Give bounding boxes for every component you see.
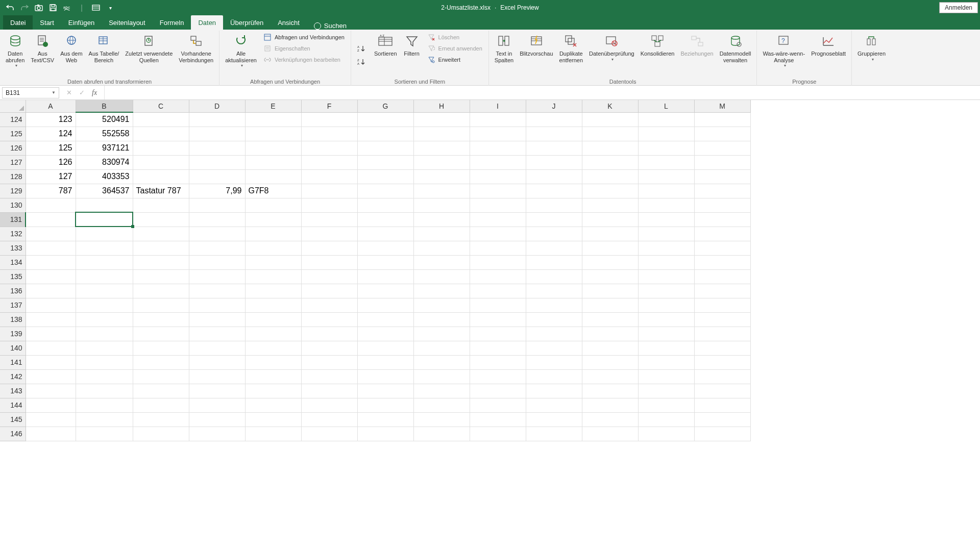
cell-G146[interactable] [357,427,413,441]
cell-A132[interactable] [26,227,76,241]
signin-button[interactable]: Anmelden [939,2,978,13]
row-header-146[interactable]: 146 [0,427,26,441]
col-header-G[interactable]: G [357,100,413,112]
cell-F140[interactable] [301,341,357,355]
cell-I127[interactable] [470,155,526,169]
cell-G127[interactable] [357,155,413,169]
cell-E138[interactable] [245,312,301,327]
filtern-button[interactable]: Filtern [401,32,423,79]
cell-A130[interactable] [26,198,76,212]
col-header-B[interactable]: B [76,100,133,112]
sort-desc-button[interactable]: ZA [354,56,369,67]
cell-K128[interactable] [582,169,638,184]
col-header-D[interactable]: D [189,100,245,112]
spelling-icon[interactable]: abc [63,4,71,12]
cell-E126[interactable] [245,141,301,155]
cell-K144[interactable] [582,398,638,412]
cell-I129[interactable] [470,184,526,198]
row-header-133[interactable]: 133 [0,241,26,255]
cell-L132[interactable] [638,227,694,241]
cell-L136[interactable] [638,284,694,298]
cell-C140[interactable] [133,341,189,355]
cell-B143[interactable] [76,384,133,398]
cell-J144[interactable] [526,398,582,412]
cell-B142[interactable] [76,369,133,384]
datenmodell-button[interactable]: Datenmodell verwalten [717,32,754,79]
cell-E144[interactable] [245,398,301,412]
cell-K126[interactable] [582,141,638,155]
cell-A128[interactable]: 127 [26,169,76,184]
cell-G135[interactable] [357,269,413,284]
cell-K142[interactable] [582,369,638,384]
cell-I134[interactable] [470,255,526,269]
cell-B144[interactable] [76,398,133,412]
cell-H133[interactable] [413,241,470,255]
cell-J126[interactable] [526,141,582,155]
cell-E128[interactable] [245,169,301,184]
cell-B127[interactable]: 830974 [76,155,133,169]
cell-C135[interactable] [133,269,189,284]
cell-B140[interactable] [76,341,133,355]
cell-G137[interactable] [357,298,413,312]
cell-H139[interactable] [413,327,470,341]
tab-seitenlayout[interactable]: Seitenlayout [102,15,153,30]
cell-G144[interactable] [357,398,413,412]
cell-A135[interactable] [26,269,76,284]
cell-K146[interactable] [582,427,638,441]
tab-ueberpruefen[interactable]: Überprüfen [223,15,271,30]
cell-J132[interactable] [526,227,582,241]
konsolidieren-button[interactable]: Konsolidieren [638,32,677,79]
cell-D146[interactable] [189,427,245,441]
cell-G142[interactable] [357,369,413,384]
fx-icon[interactable]: fx [92,89,97,97]
cell-E141[interactable] [245,355,301,369]
col-header-K[interactable]: K [582,100,638,112]
cell-H128[interactable] [413,169,470,184]
cell-H137[interactable] [413,298,470,312]
row-header-142[interactable]: 142 [0,369,26,384]
cell-A136[interactable] [26,284,76,298]
aus-tabelle-button[interactable]: Aus Tabelle/ Bereich [86,32,122,79]
cell-H135[interactable] [413,269,470,284]
cell-M142[interactable] [694,369,750,384]
cell-D139[interactable] [189,327,245,341]
cell-F130[interactable] [301,198,357,212]
select-all-corner[interactable] [0,100,26,112]
cell-M125[interactable] [694,127,750,141]
tab-start[interactable]: Start [33,15,61,30]
cell-G128[interactable] [357,169,413,184]
cell-K143[interactable] [582,384,638,398]
cell-M136[interactable] [694,284,750,298]
cell-D140[interactable] [189,341,245,355]
cell-L141[interactable] [638,355,694,369]
cell-C129[interactable]: Tastatur 787 [133,184,189,198]
cell-D132[interactable] [189,227,245,241]
formula-input[interactable] [105,87,980,98]
cell-M131[interactable] [694,212,750,227]
cell-L135[interactable] [638,269,694,284]
cell-G138[interactable] [357,312,413,327]
cell-I146[interactable] [470,427,526,441]
aus-web-button[interactable]: Aus dem Web [58,32,85,79]
cell-I133[interactable] [470,241,526,255]
row-header-130[interactable]: 130 [0,198,26,212]
cell-H141[interactable] [413,355,470,369]
cell-F132[interactable] [301,227,357,241]
cell-C142[interactable] [133,369,189,384]
cell-K129[interactable] [582,184,638,198]
cell-K139[interactable] [582,327,638,341]
cell-A145[interactable] [26,412,76,427]
cell-A140[interactable] [26,341,76,355]
blitzvorschau-button[interactable]: Blitzvorschau [517,32,555,79]
col-header-H[interactable]: H [413,100,470,112]
cell-L134[interactable] [638,255,694,269]
col-header-M[interactable]: M [694,100,750,112]
cell-A144[interactable] [26,398,76,412]
tab-file[interactable]: Datei [3,15,33,30]
cell-B146[interactable] [76,427,133,441]
cell-F133[interactable] [301,241,357,255]
cell-K134[interactable] [582,255,638,269]
cell-F141[interactable] [301,355,357,369]
cell-B141[interactable] [76,355,133,369]
cell-M145[interactable] [694,412,750,427]
